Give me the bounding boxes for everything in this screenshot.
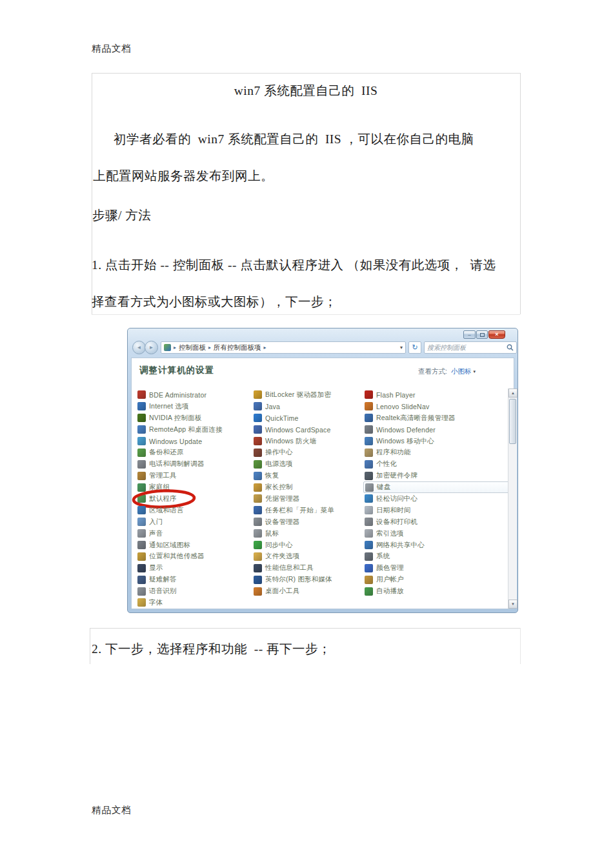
- control-panel-item[interactable]: Windows 防火墙: [252, 436, 363, 447]
- step2-text: 2. 下一步，选择程序和功能 -- 再下一步；: [92, 640, 331, 658]
- control-panel-item-label: 家庭组: [149, 483, 170, 492]
- control-panel-item-label: Flash Player: [376, 391, 416, 399]
- control-panel-item[interactable]: 桌面小工具: [252, 585, 363, 597]
- windows-update-icon: [137, 437, 146, 445]
- control-panel-item[interactable]: QuickTime: [252, 412, 363, 424]
- location-sensors-icon: [137, 552, 146, 561]
- control-panel-item[interactable]: Java: [252, 401, 363, 412]
- control-panel-item[interactable]: 备份和还原: [136, 447, 250, 458]
- credential-manager-icon: [254, 494, 262, 503]
- control-panel-item[interactable]: 字体: [136, 597, 250, 609]
- control-panel-item[interactable]: 自动播放: [363, 585, 492, 597]
- search-box[interactable]: [424, 341, 517, 354]
- maximize-button[interactable]: [476, 330, 488, 339]
- control-panel-item[interactable]: 电源选项: [252, 458, 363, 470]
- internet-options-icon: [137, 402, 146, 410]
- control-panel-item[interactable]: 颜色管理: [363, 562, 492, 574]
- breadcrumb-segment-all-items[interactable]: 所有控制面板项: [214, 343, 261, 352]
- control-panel-item[interactable]: 设备管理器: [252, 516, 363, 528]
- control-panel-item[interactable]: Windows Defender: [363, 424, 492, 436]
- control-panel-item[interactable]: 区域和语言: [136, 505, 250, 516]
- scroll-down-button[interactable]: ▼: [508, 600, 518, 609]
- minimize-button[interactable]: –: [463, 330, 476, 339]
- control-panel-item[interactable]: 加密硬件令牌: [363, 470, 492, 481]
- control-panel-item[interactable]: 键盘: [363, 481, 509, 493]
- control-panel-item[interactable]: 程序和功能: [363, 447, 492, 458]
- control-panel-item[interactable]: 声音: [136, 528, 250, 540]
- default-programs-icon: [137, 494, 146, 503]
- control-panel-item[interactable]: 家长控制: [252, 481, 363, 493]
- control-panel-item-label: 备份和还原: [149, 448, 184, 457]
- close-button[interactable]: ×: [488, 330, 505, 339]
- control-panel-item[interactable]: 通知区域图标: [136, 540, 250, 551]
- programs-features-icon: [365, 449, 373, 457]
- control-panel-item[interactable]: 个性化: [363, 458, 492, 470]
- control-panel-item[interactable]: Realtek高清晰音频管理器: [363, 412, 492, 424]
- control-panel-item[interactable]: 入门: [136, 516, 250, 528]
- control-panel-item[interactable]: Windows Update: [136, 436, 250, 447]
- control-panel-item[interactable]: 管理工具: [136, 470, 250, 481]
- control-panel-item-label: 恢复: [265, 471, 279, 480]
- forward-button[interactable]: ►: [145, 341, 158, 354]
- breadcrumb-separator-icon: ▸: [264, 345, 266, 350]
- control-panel-item[interactable]: NVIDIA 控制面板: [136, 412, 250, 424]
- control-panel-item[interactable]: 索引选项: [363, 528, 492, 540]
- bitlocker-icon: [254, 390, 262, 399]
- control-panel-item[interactable]: BDE Administrator: [136, 389, 250, 401]
- control-panel-item[interactable]: 电话和调制解调器: [136, 458, 250, 470]
- control-panel-item-label: 用户帐户: [376, 575, 404, 584]
- control-panel-item[interactable]: BitLocker 驱动器加密: [252, 389, 363, 401]
- control-panel-item[interactable]: 轻松访问中心: [363, 493, 492, 505]
- control-panel-item[interactable]: Flash Player: [363, 389, 492, 401]
- control-panel-item[interactable]: 恢复: [252, 470, 363, 481]
- scrollbar-thumb[interactable]: [509, 399, 516, 444]
- control-panel-item[interactable]: 显示: [136, 562, 250, 574]
- control-panel-item-label: 声音: [149, 529, 163, 538]
- control-panel-item-label: 设备管理器: [265, 518, 300, 527]
- control-panel-item[interactable]: 同步中心: [252, 540, 363, 551]
- indexing-options-icon: [365, 529, 373, 538]
- sound-icon: [137, 529, 146, 538]
- control-panel-item[interactable]: 操作中心: [252, 447, 363, 458]
- control-panel-item[interactable]: 疑难解答: [136, 574, 250, 585]
- control-panel-item-label: 任务栏和「开始」菜单: [265, 506, 334, 515]
- control-panel-item-label: 字体: [149, 598, 163, 607]
- control-panel-item[interactable]: 性能信息和工具: [252, 562, 363, 574]
- control-panel-item[interactable]: Windows CardSpace: [252, 424, 363, 436]
- control-panel-item[interactable]: 凭据管理器: [252, 493, 363, 505]
- control-panel-item[interactable]: Internet 选项: [136, 401, 250, 412]
- control-panel-item-label: Windows CardSpace: [265, 426, 330, 434]
- back-button[interactable]: ◄: [132, 341, 146, 354]
- scroll-up-button[interactable]: ▲: [508, 389, 518, 398]
- control-panel-item[interactable]: RemoteApp 和桌面连接: [136, 424, 250, 436]
- vertical-scrollbar[interactable]: ▲ ▼: [508, 389, 517, 609]
- chevron-down-icon: ▾: [473, 369, 476, 374]
- control-panel-item[interactable]: 用户帐户: [363, 574, 492, 585]
- control-panel-item[interactable]: 鼠标: [252, 528, 363, 540]
- control-panel-item[interactable]: 语音识别: [136, 585, 250, 597]
- search-icon: [507, 344, 514, 351]
- breadcrumb[interactable]: ▸ 控制面板 ▸ 所有控制面板项 ▸ ▾: [161, 341, 406, 354]
- troubleshooting-icon: [137, 576, 146, 584]
- breadcrumb-dropdown-icon[interactable]: ▾: [400, 345, 403, 350]
- control-panel-item[interactable]: 位置和其他传感器: [136, 550, 250, 562]
- maximize-icon: [480, 333, 485, 337]
- phone-modem-icon: [137, 460, 146, 469]
- control-panel-item[interactable]: 文件夹选项: [252, 550, 363, 562]
- control-panel-item[interactable]: 任务栏和「开始」菜单: [252, 505, 363, 516]
- search-input[interactable]: [427, 344, 507, 351]
- control-panel-item[interactable]: 英特尔(R) 图形和媒体: [252, 574, 363, 585]
- control-panel-item[interactable]: 网络和共享中心: [363, 540, 492, 551]
- control-panel-item[interactable]: 设备和打印机: [363, 516, 492, 528]
- control-panel-item[interactable]: Windows 移动中心: [363, 436, 492, 447]
- breadcrumb-segment-control-panel[interactable]: 控制面板: [179, 343, 206, 352]
- control-panel-item[interactable]: 家庭组: [136, 481, 250, 493]
- control-panel-item[interactable]: Lenovo SlideNav: [363, 401, 492, 412]
- control-panel-item[interactable]: 默认程序: [136, 493, 250, 505]
- table-border: [92, 73, 520, 74]
- control-panel-screenshot: – × ◄ ► ▸ 控制面板 ▸ 所有控制面板项 ▸ ▾ ↻ 调整计算机的设置: [127, 328, 518, 613]
- control-panel-item[interactable]: 系统: [363, 550, 492, 562]
- refresh-button[interactable]: ↻: [408, 341, 421, 354]
- view-mode-value[interactable]: 小图标 ▾: [451, 367, 476, 376]
- control-panel-item[interactable]: 日期和时间: [363, 505, 492, 516]
